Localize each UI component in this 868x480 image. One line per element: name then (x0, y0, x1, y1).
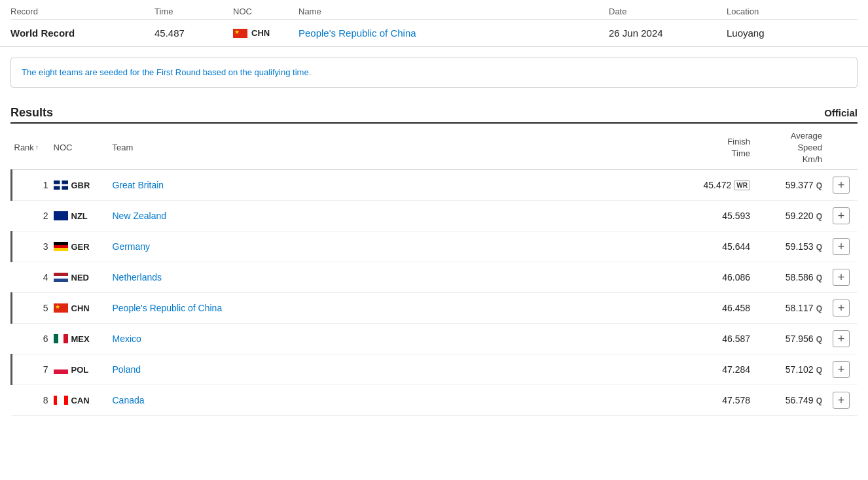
wr-col-header-date: Date (609, 7, 727, 16)
gbr-flag-icon (54, 180, 68, 190)
avg-speed-cell: 59.153Q (753, 231, 825, 262)
wr-col-header-name: Name (298, 7, 609, 16)
info-box: The eight teams are seeded for the First… (10, 58, 858, 88)
q-badge: Q (816, 212, 822, 221)
team-link[interactable]: New Zealand (113, 211, 167, 221)
expand-cell[interactable]: + (825, 385, 858, 416)
expand-cell[interactable]: + (825, 262, 858, 293)
team-link[interactable]: Poland (113, 364, 141, 375)
wr-name[interactable]: People's Republic of China (298, 27, 609, 39)
ger-flag-icon (54, 242, 68, 251)
team-cell[interactable]: Canada (110, 385, 668, 416)
noc-cell: CHN (51, 293, 110, 324)
ned-flag-icon (54, 273, 68, 282)
mex-flag-icon (54, 334, 68, 343)
noc-code: GBR (71, 180, 90, 190)
finish-time-cell: 45.593 (668, 201, 753, 231)
noc-cell: NED (51, 262, 110, 293)
team-cell[interactable]: Great Britain (110, 170, 668, 201)
team-link[interactable]: Canada (113, 395, 145, 405)
wr-badge: WR (734, 180, 750, 190)
expand-cell[interactable]: + (825, 170, 858, 201)
expand-button[interactable]: + (833, 392, 850, 409)
chn-flag-icon (54, 303, 68, 313)
noc-code: NZL (71, 211, 88, 221)
expand-button[interactable]: + (833, 177, 850, 194)
table-row: 3GERGermany45.64459.153Q+ (12, 231, 858, 262)
avg-speed-cell: 59.220Q (753, 201, 825, 231)
noc-cell: NZL (51, 201, 110, 231)
wr-time: 45.487 (154, 27, 233, 39)
q-badge: Q (816, 181, 822, 190)
avg-speed-cell: 57.956Q (753, 324, 825, 354)
table-row: 2NZLNew Zealand45.59359.220Q+ (12, 201, 858, 231)
q-badge: Q (816, 273, 822, 283)
expand-cell[interactable]: + (825, 324, 858, 354)
avg-speed-cell: 57.102Q (753, 354, 825, 385)
th-expand (825, 124, 858, 170)
expand-button[interactable]: + (833, 300, 850, 317)
th-team: Team (110, 124, 668, 170)
th-rank[interactable]: Rank ↑ (12, 124, 51, 170)
noc-cell: MEX (51, 324, 110, 354)
expand-button[interactable]: + (833, 269, 850, 286)
avg-speed-cell: 56.749Q (753, 385, 825, 416)
noc-cell: GBR (51, 170, 110, 201)
sort-arrow-icon: ↑ (35, 144, 39, 151)
q-badge: Q (816, 366, 822, 375)
results-section: Results Official Rank ↑ NOC Team FinishT… (0, 98, 868, 417)
avg-speed-cell: 58.117Q (753, 293, 825, 324)
team-cell[interactable]: Mexico (110, 324, 668, 354)
expand-cell[interactable]: + (825, 201, 858, 231)
pol-flag-icon (54, 365, 68, 374)
rank-cell: 7 (12, 354, 51, 385)
can-flag-icon (54, 396, 68, 405)
team-cell[interactable]: Germany (110, 231, 668, 262)
results-table-body: 1GBRGreat Britain45.472WR59.377Q+2NZLNew… (12, 170, 858, 416)
avg-speed-cell: 58.586Q (753, 262, 825, 293)
team-link[interactable]: People's Republic of China (113, 303, 223, 313)
wr-header-row: Record Time NOC Name Date Location (10, 0, 858, 20)
expand-cell[interactable]: + (825, 231, 858, 262)
expand-button[interactable]: + (833, 361, 850, 378)
avg-speed-cell: 59.377Q (753, 170, 825, 201)
wr-date: 26 Jun 2024 (609, 27, 727, 39)
noc-code: POL (71, 365, 89, 375)
expand-button[interactable]: + (833, 330, 850, 347)
table-row: 8CANCanada47.57856.749Q+ (12, 385, 858, 416)
results-table: Rank ↑ NOC Team FinishTime AverageSpeedK… (10, 124, 858, 417)
wr-record-label: World Record (10, 27, 154, 39)
team-cell[interactable]: New Zealand (110, 201, 668, 231)
wr-col-header-location: Location (727, 7, 858, 16)
expand-button[interactable]: + (833, 238, 850, 255)
rank-cell: 2 (12, 201, 51, 231)
results-official: Official (824, 107, 858, 118)
wr-col-header-record: Record (10, 7, 154, 16)
team-link[interactable]: Netherlands (113, 272, 162, 283)
results-table-head: Rank ↑ NOC Team FinishTime AverageSpeedK… (12, 124, 858, 170)
team-link[interactable]: Great Britain (113, 180, 164, 190)
team-cell[interactable]: People's Republic of China (110, 293, 668, 324)
rank-cell: 1 (12, 170, 51, 201)
noc-code: CHN (71, 303, 90, 313)
rank-cell: 3 (12, 231, 51, 262)
th-finish-time: FinishTime (668, 124, 753, 170)
finish-time-cell: 47.578 (668, 385, 753, 416)
results-title: Results (10, 106, 53, 120)
expand-cell[interactable]: + (825, 293, 858, 324)
team-link[interactable]: Mexico (113, 334, 141, 344)
noc-code: CAN (71, 396, 90, 405)
finish-time-cell: 46.587 (668, 324, 753, 354)
rank-cell: 4 (12, 262, 51, 293)
results-header: Results Official (10, 98, 858, 124)
team-cell[interactable]: Poland (110, 354, 668, 385)
finish-time-cell: 46.086 (668, 262, 753, 293)
world-record-section: Record Time NOC Name Date Location World… (0, 0, 868, 47)
team-cell[interactable]: Netherlands (110, 262, 668, 293)
team-link[interactable]: Germany (113, 241, 151, 252)
noc-cell: POL (51, 354, 110, 385)
expand-cell[interactable]: + (825, 354, 858, 385)
expand-button[interactable]: + (833, 207, 850, 224)
table-row: 6MEXMexico46.58757.956Q+ (12, 324, 858, 354)
q-badge: Q (816, 396, 822, 405)
